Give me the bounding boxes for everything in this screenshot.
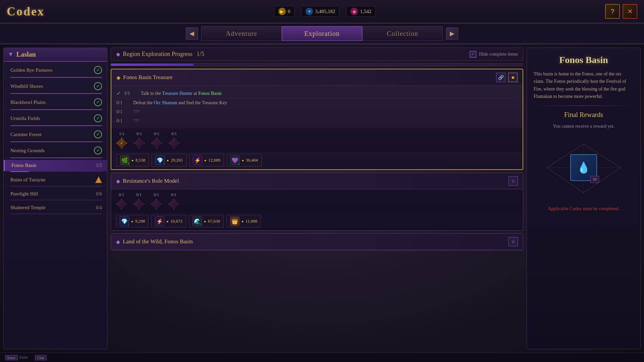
reward-tier-1: 1/1 ✓ [116, 131, 127, 148]
center-panel: ◆ Region Exploration Progress 1/5 ✓ Hide… [111, 48, 523, 349]
close-button[interactable]: ✕ [623, 4, 637, 19]
reward-amount-2: 29,265 [171, 158, 183, 163]
reward-tier-2-1: 0/1 [116, 192, 127, 209]
sidebar-progress-bar [10, 77, 102, 78]
sidebar-item-blackhowl[interactable]: Blackhowl Plains ✓ [4, 96, 107, 109]
obj-desc-2: Defeat the Orc Shaman and find the Treas… [133, 100, 227, 106]
highlight-text: Orc Shaman [154, 100, 177, 105]
sidebar-item-name: Fonos Basin [11, 163, 37, 168]
obj-status-2: 0/1 [116, 100, 130, 106]
sidebar-progress-bar [10, 93, 102, 94]
sidebar-item-golden-rye[interactable]: Golden Rye Pastures ✓ [4, 63, 107, 77]
check-icon: ✓ [94, 130, 102, 138]
bottom-bar: Enter Enter Chat [0, 353, 644, 362]
region-title: ◆ Region Exploration Progress 1/5 [116, 51, 204, 58]
check-icon: ✓ [94, 66, 102, 74]
reward-center: 💧 50 [570, 154, 597, 181]
gold-dot: ● [241, 220, 244, 223]
highlight-text: Treasure Hunter [162, 91, 193, 96]
tier-progress: 0/1 [154, 192, 159, 197]
reward-item-1: 🌿 5 ● 8,538 [116, 154, 149, 167]
bottom-hint-chat: Chat [35, 355, 47, 360]
quest-star-button-2[interactable]: ☆ [508, 176, 518, 186]
check-icon: ✓ [94, 146, 102, 155]
region-name-title: Fonos Basin [534, 55, 634, 65]
quest-diamond-icon-3: ◆ [116, 239, 120, 245]
sidebar-item-purelight[interactable]: Purelight Hill 0/6 [4, 188, 107, 200]
sidebar-item-shattered[interactable]: Shattered Temple 0/4 [4, 202, 107, 214]
reward-icon-box: 💧 50 [570, 154, 597, 181]
sidebar-region-title: Laslan [16, 51, 36, 58]
sidebar-item-windhill[interactable]: Windhill Shores ✓ [4, 79, 107, 93]
hide-complete-checkbox[interactable]: ✓ [470, 51, 476, 58]
sidebar-item-nesting-grounds[interactable]: Nesting Grounds ✓ [4, 144, 107, 158]
tier-progress: 0/1 [171, 192, 177, 197]
sidebar-progress-bar [10, 125, 102, 126]
gold-dot: ● [131, 220, 133, 223]
reward-tier-3: 0/1 [151, 131, 162, 148]
tab-next-button[interactable]: ▶ [446, 27, 458, 40]
objective-row-4: 0/1 ??? [116, 117, 518, 126]
reward-item-3: ⚡ ● 12,089 [189, 154, 224, 167]
quest-star-button-3[interactable]: ☆ [508, 237, 518, 246]
help-button[interactable]: ? [605, 4, 620, 19]
sidebar-item-fonos-basin[interactable]: Fonos Basin 1/5 [4, 160, 107, 171]
tier-icon-1: ✓ [116, 138, 127, 148]
reward-amount: 11,008 [246, 219, 257, 224]
tier-icon-3 [151, 138, 162, 148]
quest-star-button[interactable]: ★ [508, 73, 518, 82]
enter-key: Enter [5, 355, 18, 360]
gold-dot: ● [166, 220, 168, 223]
reward-item-icon-wrap: 💎 3 [155, 156, 165, 165]
reward-tiers-2: 0/1 0/1 0/1 0/1 [111, 189, 523, 212]
quest-card-header-2: ◆ Resistance's Role Model ☆ [111, 173, 523, 189]
sidebar-item-name: Blackhowl Plains [10, 100, 46, 105]
quest-icons: 🔗 ★ [496, 73, 518, 82]
sidebar-item-carmine[interactable]: Carmine Forest ✓ [4, 128, 107, 141]
quest-card-resistance: ◆ Resistance's Role Model ☆ 0/1 0/1 [111, 173, 523, 231]
tier-progress: 0/1 [119, 192, 124, 197]
sidebar-progress-bar [10, 200, 102, 200]
currency-value-3: 1,542 [360, 9, 371, 14]
currency-icon-gold: ▶ [278, 8, 286, 15]
tab-collection[interactable]: Collection [362, 26, 443, 41]
reward-item-q2-3: 🌊 5 ● 67,630 [189, 215, 224, 228]
sidebar-item-urstella[interactable]: Urstella Fields ✓ [4, 112, 107, 125]
tier-icon [168, 199, 179, 209]
reward-amount-3: 12,089 [208, 158, 220, 163]
sidebar-progress-bar [10, 171, 102, 172]
sidebar-collapse-icon: ▼ [8, 51, 14, 58]
tier-icon [116, 199, 127, 209]
tab-adventure[interactable]: Adventure [201, 26, 282, 41]
diamond-icon: ◆ [116, 51, 120, 57]
reward-diamond-container: 💧 50 [534, 134, 634, 201]
gold-dot: ● [242, 159, 244, 162]
hide-complete-label: Hide complete items [479, 52, 518, 57]
reward-item-2: 💎 3 ● 29,265 [152, 154, 186, 167]
check-icon: ✓ [94, 82, 102, 90]
currency-item-3: ◆ 1,542 [346, 6, 376, 17]
tier-icon [151, 199, 162, 209]
objective-row-2: 0/1 Defeat the Orc Shaman and find the T… [116, 99, 518, 108]
reward-item-icon-wrap: 💎 2 [120, 217, 129, 226]
tab-exploration[interactable]: Exploration [282, 26, 362, 41]
sidebar-item-ruins[interactable]: Ruins of Turayne ! [4, 174, 107, 186]
tier-icon-4 [169, 138, 179, 148]
reward-item-icon-wrap: 💜 2 [230, 156, 240, 165]
sidebar: ▼ Laslan Golden Rye Pastures ✓ Windhill … [3, 48, 107, 349]
hide-complete-toggle[interactable]: ✓ Hide complete items [470, 51, 518, 58]
obj-desc-3: ??? [133, 109, 140, 115]
applicable-msg: Applicable Codex must be completed. [534, 206, 634, 212]
reward-amount: 67,630 [208, 219, 220, 224]
quest-card-fonos-treasure: ◆ Fonos Basin Treasure 🔗 ★ ✓ 1/1 Talk t [111, 69, 523, 170]
reward-tier-4: 0/1 [169, 131, 179, 148]
quest-title: ◆ Fonos Basin Treasure [116, 74, 172, 81]
tab-prev-button[interactable]: ◀ [186, 27, 198, 40]
quest-icons-2: ☆ [508, 176, 518, 186]
progress-text: 0/6 [96, 191, 102, 197]
quest-link-button[interactable]: 🔗 [496, 73, 505, 82]
quest-card-header: ◆ Fonos Basin Treasure 🔗 ★ [111, 69, 523, 86]
obj-desc-4: ??? [133, 118, 140, 124]
codex-title: Codex [7, 4, 45, 18]
final-rewards-title: Final Rewards [534, 111, 634, 119]
